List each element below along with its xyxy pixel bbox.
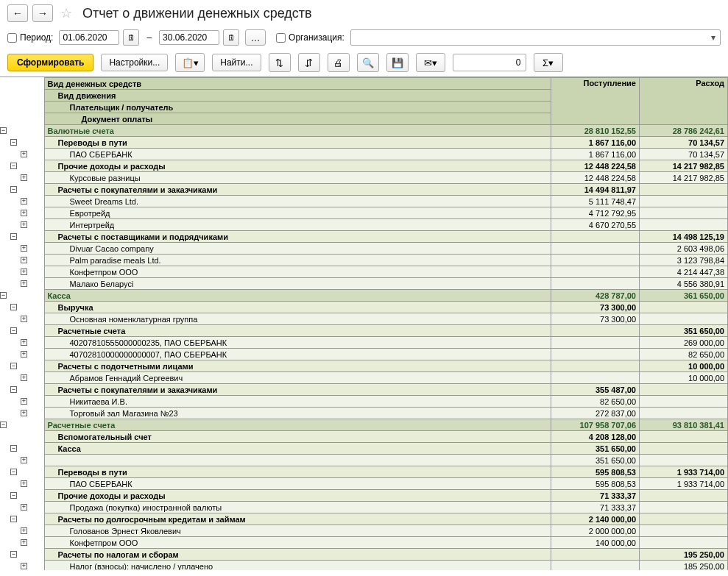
table-row: −Расчеты с покупателями и заказчиками355… (0, 384, 728, 396)
collapse-all-button[interactable]: ⇵ (298, 53, 320, 72)
expand-icon[interactable]: + (21, 480, 27, 487)
row-name: Выручка (44, 302, 551, 313)
date-from-input[interactable] (59, 30, 119, 45)
expand-icon[interactable]: + (21, 410, 27, 416)
table-row: +Palm paradise meals Ltd.3 123 798,84 (0, 255, 728, 266)
expand-icon[interactable]: + (21, 374, 27, 381)
table-row: +40207810555000000235, ПАО СБЕРБАНК269 0… (0, 337, 728, 349)
header-col1-line2: Вид движения (44, 90, 551, 102)
period-checkbox-wrap: Период: (7, 32, 53, 43)
collapse-icon[interactable]: − (10, 469, 17, 475)
row-expense: 82 650,00 (640, 349, 728, 360)
form-button[interactable]: Сформировать (7, 54, 93, 71)
date-to-calendar-icon[interactable]: 🗓 (223, 29, 239, 46)
collapse-icon[interactable]: − (0, 292, 7, 299)
collapse-icon[interactable]: − (10, 516, 17, 522)
date-dash: – (145, 32, 153, 43)
row-name: Касса (44, 290, 551, 302)
row-income (551, 372, 640, 384)
expand-icon[interactable]: + (21, 351, 27, 358)
header-col1-line1: Вид денежных средств (44, 78, 551, 90)
header-col2: Поступление (551, 78, 640, 125)
collapse-icon[interactable]: − (10, 304, 17, 310)
row-income: 71 333,37 (551, 502, 640, 513)
row-expense (640, 455, 728, 466)
collapse-icon[interactable]: − (10, 551, 17, 558)
expand-icon[interactable]: + (21, 198, 27, 205)
expand-icon[interactable]: + (21, 221, 27, 228)
preview-button[interactable]: 🔍 (357, 53, 379, 72)
collapse-icon[interactable]: − (10, 363, 17, 369)
row-name (44, 455, 551, 466)
row-expense (640, 396, 728, 408)
collapse-icon[interactable]: − (10, 492, 17, 499)
numeric-input[interactable] (453, 54, 526, 71)
table-row: −Касса351 650,00 (0, 443, 728, 455)
row-expense (640, 219, 728, 231)
expand-icon[interactable]: + (21, 504, 27, 511)
period-checkbox[interactable] (7, 33, 17, 43)
copy-dropdown-button[interactable]: 📋▾ (175, 53, 205, 72)
row-expense: 70 134,57 (640, 137, 728, 149)
collapse-icon[interactable]: − (0, 127, 7, 134)
print-button[interactable]: 🖨 (328, 53, 350, 72)
table-row: Вспомогательный счет4 208 128,00 (0, 431, 728, 443)
favorite-star-icon[interactable]: ☆ (57, 4, 75, 22)
expand-icon[interactable]: + (21, 563, 27, 569)
row-name: Интертрейд (44, 219, 551, 231)
back-button[interactable]: ← (7, 4, 28, 22)
expand-icon[interactable]: + (21, 316, 27, 322)
period-more-button[interactable]: … (245, 29, 266, 46)
row-income: 2 140 000,00 (551, 513, 640, 525)
org-checkbox[interactable] (276, 33, 286, 43)
expand-icon[interactable]: + (21, 269, 27, 275)
collapse-icon[interactable]: − (10, 233, 17, 240)
expand-icon[interactable]: + (21, 257, 27, 263)
collapse-icon[interactable]: − (10, 186, 17, 193)
settings-button[interactable]: Настройки... (101, 54, 168, 71)
collapse-icon[interactable]: − (10, 163, 17, 169)
row-name: Валютные счета (44, 125, 551, 137)
date-to-input[interactable] (159, 30, 219, 45)
collapse-icon[interactable]: − (0, 422, 7, 428)
row-expense: 1 933 714,00 (640, 466, 728, 478)
forward-button[interactable]: → (32, 4, 53, 22)
collapse-icon[interactable]: − (10, 327, 17, 334)
expand-icon[interactable]: + (21, 457, 27, 463)
row-expense (640, 184, 728, 196)
row-income: 73 300,00 (551, 302, 640, 313)
row-expense (640, 196, 728, 207)
expand-icon[interactable]: + (21, 174, 27, 181)
mail-dropdown-button[interactable]: ✉▾ (416, 53, 445, 72)
date-from-calendar-icon[interactable]: 🗓 (123, 29, 139, 46)
row-name: ПАО СБЕРБАНК (44, 478, 551, 490)
expand-all-button[interactable]: ⇅ (269, 53, 291, 72)
save-button[interactable]: 💾 (386, 53, 409, 72)
expand-icon[interactable]: + (21, 527, 27, 534)
collapse-icon[interactable]: − (10, 386, 17, 393)
row-name: Налог (взносы): начислено / уплачено (44, 561, 551, 571)
row-income: 12 448 224,58 (551, 172, 640, 184)
expand-icon[interactable]: + (21, 398, 27, 405)
collapse-icon[interactable]: − (10, 445, 17, 452)
row-expense: 195 250,00 (640, 549, 728, 561)
row-name: Евротрейд (44, 207, 551, 219)
expand-icon[interactable]: + (21, 280, 27, 287)
row-expense: 4 214 447,38 (640, 266, 728, 278)
row-name: Торговый зал Магазина №23 (44, 408, 551, 419)
expand-icon[interactable]: + (21, 245, 27, 252)
row-name: Переводы в пути (44, 466, 551, 478)
row-income: 14 494 811,97 (551, 184, 640, 196)
sum-dropdown-button[interactable]: Σ▾ (534, 53, 563, 72)
expand-icon[interactable]: + (21, 210, 27, 216)
find-button[interactable]: Найти... (212, 54, 261, 71)
row-income (551, 337, 640, 349)
expand-icon[interactable]: + (21, 339, 27, 346)
expand-icon[interactable]: + (21, 539, 27, 546)
table-row: +Торговый зал Магазина №23272 837,00 (0, 408, 728, 419)
row-income (551, 255, 640, 266)
expand-icon[interactable]: + (21, 151, 27, 157)
org-select[interactable] (350, 29, 721, 46)
collapse-icon[interactable]: − (10, 139, 17, 146)
row-income (551, 325, 640, 337)
